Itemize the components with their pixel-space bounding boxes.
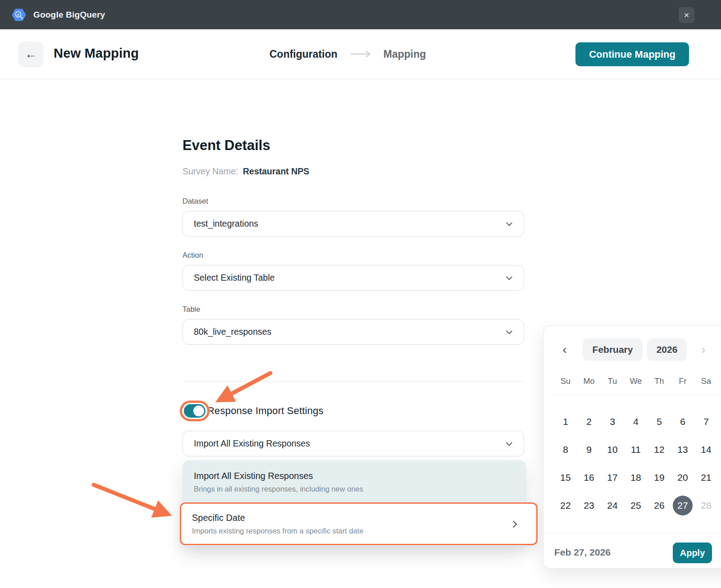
calendar-day[interactable]: 16 — [579, 468, 599, 488]
calendar-day[interactable]: 9 — [579, 440, 599, 460]
table-select[interactable]: 80k_live_responses — [183, 319, 524, 345]
chevron-down-icon — [506, 219, 512, 226]
app-title: Google BigQuery — [33, 10, 105, 20]
calendar-grid: 1 2 3 4 5 6 7 8 9 10 11 12 13 14 15 16 1… — [554, 412, 718, 515]
table-value: 80k_live_responses — [194, 327, 271, 337]
dataset-label: Dataset — [183, 197, 208, 205]
bigquery-logo — [11, 7, 27, 23]
calendar-day[interactable]: 22 — [556, 496, 575, 515]
calendar-day[interactable]: 11 — [626, 440, 646, 460]
annotation-arrow-toggle — [219, 373, 270, 400]
calendar-day[interactable]: 12 — [649, 440, 669, 460]
calendar-day[interactable]: 4 — [626, 412, 646, 432]
calendar-day[interactable]: 23 — [579, 496, 599, 515]
calendar-day[interactable]: 5 — [649, 412, 669, 432]
table-label: Table — [183, 305, 200, 314]
step-configuration[interactable]: Configuration — [269, 48, 338, 60]
option-title: Specific Date — [192, 513, 525, 523]
calendar-day[interactable]: 14 — [696, 440, 716, 460]
continue-mapping-button[interactable]: Continue Mapping — [575, 42, 689, 66]
step-arrow-icon — [350, 50, 371, 58]
month-button[interactable]: February — [583, 338, 643, 361]
weekday-label: Sa — [694, 374, 718, 389]
calendar-day[interactable]: 21 — [696, 468, 716, 488]
close-icon[interactable]: ✕ — [679, 7, 694, 23]
survey-name-value: Restaurant NPS — [243, 166, 309, 176]
response-import-settings-label: Response Import Settings — [207, 405, 324, 417]
calendar-day[interactable]: 17 — [602, 468, 622, 488]
calendar-day-selected[interactable]: 27 — [673, 496, 693, 515]
apply-button[interactable]: Apply — [673, 542, 712, 563]
step-indicator: Configuration Mapping — [269, 29, 426, 79]
page-title: New Mapping — [54, 46, 139, 61]
weekday-label: Tu — [601, 374, 624, 389]
calendar-day[interactable]: 10 — [602, 440, 622, 460]
import-mode-value: Import All Existing Responses — [194, 438, 310, 449]
calendar-day[interactable]: 25 — [626, 496, 646, 515]
weekday-label: Th — [648, 374, 671, 389]
chevron-down-icon — [506, 273, 512, 280]
next-month-button[interactable]: › — [696, 339, 711, 360]
option-title: Import All Existing Responses — [194, 471, 515, 481]
weekday-label: We — [624, 374, 648, 389]
option-description: Imports existing responses from a specif… — [192, 527, 525, 535]
option-description: Brings in all existing responses, includ… — [194, 485, 515, 493]
section-title: Event Details — [183, 137, 270, 154]
calendar-day[interactable]: 19 — [649, 468, 669, 488]
back-arrow-icon: ← — [25, 47, 37, 61]
divider — [554, 395, 721, 395]
calendar-day[interactable]: 18 — [626, 468, 646, 488]
dropdown-option-specific-date[interactable]: Specific Date Imports existing responses… — [180, 502, 538, 545]
survey-name-label: Survey Name: — [183, 166, 238, 176]
calendar-day[interactable]: 6 — [673, 412, 693, 432]
calendar-day[interactable]: 8 — [556, 440, 575, 460]
weekday-label: Mo — [577, 374, 601, 389]
step-mapping[interactable]: Mapping — [383, 48, 426, 60]
previous-month-button[interactable]: ‹ — [557, 339, 572, 360]
annotation-arrow-specific-date — [94, 485, 168, 514]
calendar-day[interactable]: 15 — [556, 468, 575, 488]
dataset-value: test_integrations — [194, 219, 258, 229]
weekday-label: Fr — [671, 374, 694, 389]
date-picker: ‹ February 2026 › Su Mo Tu We Th Fr Sa 1… — [543, 325, 721, 569]
calendar-day-disabled: 28 — [696, 496, 716, 515]
calendar-day[interactable]: 7 — [696, 412, 716, 432]
dataset-select[interactable]: test_integrations — [183, 211, 524, 237]
calendar-day[interactable]: 3 — [602, 412, 622, 432]
calendar-day[interactable]: 26 — [649, 496, 669, 515]
action-select[interactable]: Select Existing Table — [183, 265, 524, 291]
action-label: Action — [183, 251, 203, 260]
app-titlebar: Google BigQuery ✕ — [0, 0, 721, 29]
divider — [543, 533, 721, 533]
calendar-day[interactable]: 13 — [673, 440, 693, 460]
modal-header: ← New Mapping Configuration Mapping Cont… — [0, 29, 721, 79]
calendar-day[interactable]: 1 — [556, 412, 575, 432]
divider — [183, 381, 524, 382]
weekday-header: Su Mo Tu We Th Fr Sa — [554, 374, 718, 389]
calendar-day[interactable]: 20 — [673, 468, 693, 488]
chevron-down-icon — [506, 328, 512, 334]
action-value: Select Existing Table — [194, 273, 275, 283]
weekday-label: Su — [554, 374, 577, 389]
chevron-down-icon — [506, 439, 512, 446]
survey-name-line: Survey Name: Restaurant NPS — [183, 166, 309, 177]
calendar-day[interactable]: 2 — [579, 412, 599, 432]
selected-date-label: Feb 27, 2026 — [554, 547, 611, 558]
year-button[interactable]: 2026 — [647, 338, 687, 361]
back-button[interactable]: ← — [18, 41, 44, 67]
dropdown-option-import-all[interactable]: Import All Existing Responses Brings in … — [183, 461, 526, 503]
calendar-day[interactable]: 24 — [602, 496, 622, 515]
annotation-ring-toggle — [180, 401, 210, 421]
import-mode-select[interactable]: Import All Existing Responses — [183, 431, 524, 456]
